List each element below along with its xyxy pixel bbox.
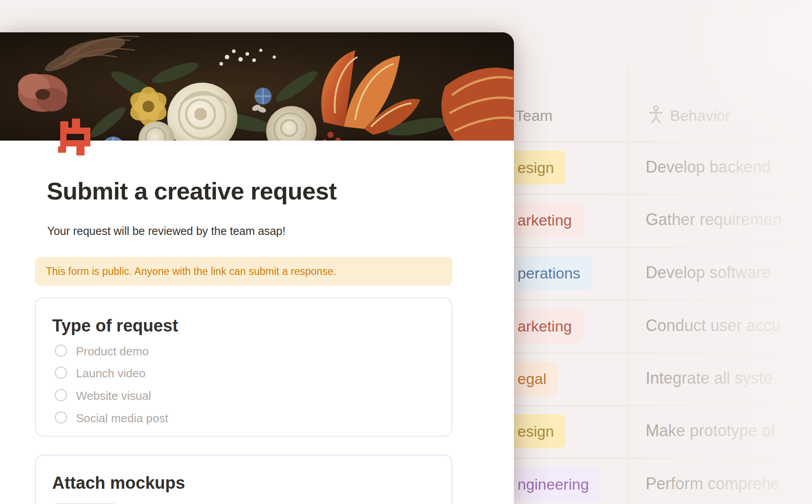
public-form-notice: This form is public. Anyone with the lin… [35, 257, 452, 286]
column-header-team[interactable]: Team [515, 107, 553, 124]
row-divider [514, 247, 812, 248]
castle-frame-logo-icon [54, 117, 97, 157]
radio-option-label: Product demo [76, 345, 149, 358]
behavior-cell[interactable]: Perform comprehe [646, 474, 780, 493]
question-card-attach-mockups: Attach mockups [35, 455, 452, 504]
form-subtitle: Your request will be reviewed by the tea… [47, 225, 286, 238]
row-divider [514, 141, 812, 142]
team-tag[interactable]: esign [514, 414, 566, 448]
question-heading: Attach mockups [52, 473, 185, 493]
team-tag[interactable]: ngineering [514, 467, 601, 501]
radio-button[interactable] [55, 411, 67, 424]
behavior-cell[interactable]: Integrate all syste [646, 369, 772, 388]
row-divider [514, 458, 812, 459]
behavior-cell[interactable]: Conduct user accu [646, 316, 781, 335]
form-panel: Submit a creative request Your request w… [0, 32, 514, 504]
team-tag[interactable]: arketing [514, 203, 584, 237]
column-divider [628, 67, 629, 504]
behavior-cell[interactable]: Develop software [646, 263, 771, 282]
team-tag[interactable]: esign [514, 150, 566, 185]
radio-option-label: Social media post [76, 411, 168, 425]
row-divider [514, 300, 812, 301]
radio-option-label: Website visual [76, 389, 151, 403]
form-title: Submit a creative request [47, 177, 337, 205]
behavior-cell[interactable]: Gather requiremen [646, 210, 781, 229]
radio-button[interactable] [55, 389, 67, 401]
team-tag[interactable]: egal [514, 362, 558, 396]
screen: Team Behavior esign Develop backend arke… [0, 0, 812, 504]
radio-button[interactable] [55, 345, 67, 357]
row-divider [514, 405, 812, 406]
row-divider [514, 353, 812, 354]
radio-button[interactable] [55, 367, 67, 379]
column-header-behavior[interactable]: Behavior [670, 107, 730, 124]
person-icon [648, 105, 664, 123]
radio-option-label: Launch video [76, 367, 146, 380]
row-divider [514, 194, 812, 195]
question-card-type-of-request: Type of request Product demo Launch vide… [35, 297, 452, 437]
question-heading: Type of request [52, 316, 178, 336]
team-tag[interactable]: arketing [514, 309, 584, 343]
behavior-cell[interactable]: Develop backend [646, 158, 771, 177]
behavior-cell[interactable]: Make prototype of [646, 421, 775, 440]
team-tag[interactable]: perations [514, 256, 592, 290]
